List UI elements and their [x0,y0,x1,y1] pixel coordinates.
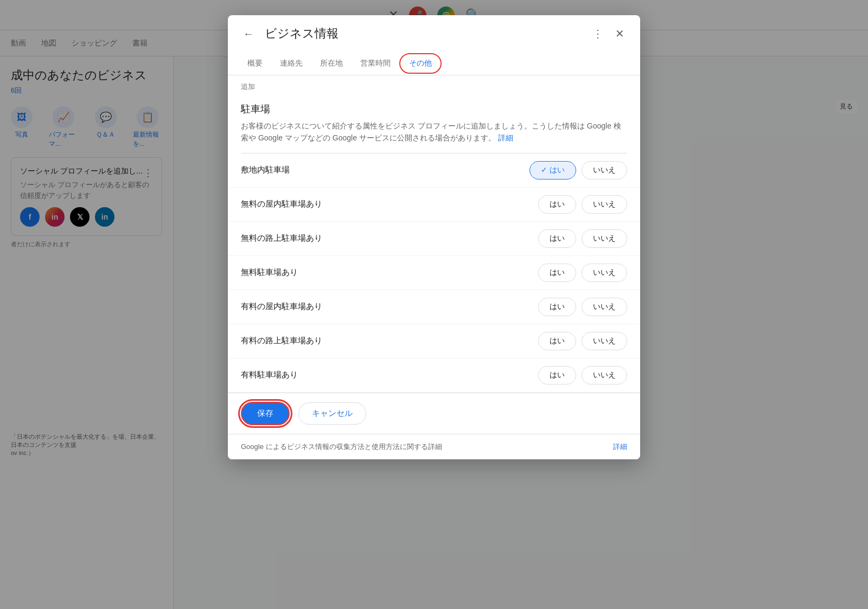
parking-label-free-street: 無料の路上駐車場あり [241,233,538,243]
modal-tabs: 概要 連絡先 所在地 営業時間 その他 [228,52,640,75]
tab-location[interactable]: 所在地 [311,52,352,75]
parking-btn-group-paid-street: はい いいえ [538,332,627,350]
detail-link[interactable]: 詳細 [498,133,513,142]
modal-footer-actions: 保存 キャンセル [228,393,640,434]
parking-label-paid-street: 有料の路上駐車場あり [241,336,538,346]
modal-footer-info: Google によるビジネス情報の収集方法と使用方法に関する詳細 詳細 [228,434,640,459]
tab-other[interactable]: その他 [399,53,442,74]
parking-row-free-street: 無料の路上駐車場あり はい いいえ [228,222,640,256]
business-info-modal: ← ビジネス情報 ⋮ ✕ 概要 連絡先 所在地 営業時間 その他 追加 駐車場 [228,15,640,459]
section-label: 追加 [228,75,640,94]
btn-paid-indoor-yes[interactable]: はい [538,298,576,316]
section-title: 駐車場 [228,94,640,120]
parking-row-on-site: 敷地内駐車場 ✓ はい いいえ [228,153,640,188]
modal-title: ビジネス情報 [265,25,588,42]
tab-overview-label: 概要 [247,59,263,67]
btn-paid-parking-no[interactable]: いいえ [582,366,627,384]
parking-btn-group-paid-indoor: はい いいえ [538,298,627,316]
tab-overview[interactable]: 概要 [239,52,271,75]
btn-free-indoor-yes[interactable]: はい [538,195,576,214]
btn-paid-indoor-no[interactable]: いいえ [582,298,627,316]
tab-contact-label: 連絡先 [280,59,303,67]
btn-on-site-no[interactable]: いいえ [582,161,627,180]
parking-row-free-parking: 無料駐車場あり はい いいえ [228,256,640,290]
parking-row-paid-street: 有料の路上駐車場あり はい いいえ [228,324,640,358]
back-arrow-icon: ← [243,28,254,40]
tab-contact[interactable]: 連絡先 [271,52,311,75]
parking-row-paid-indoor: 有料の屋内駐車場あり はい いいえ [228,290,640,324]
footer-info-text: Google によるビジネス情報の収集方法と使用方法に関する詳細 [241,442,442,452]
btn-on-site-yes[interactable]: ✓ はい [529,161,576,180]
footer-detail-link[interactable]: 詳細 [613,442,627,452]
parking-label-free-indoor: 無料の屋内駐車場あり [241,199,538,209]
tab-other-label: その他 [409,59,432,67]
btn-paid-street-no[interactable]: いいえ [582,332,627,350]
section-description: お客様のビジネスについて紹介する属性をビジネス プロフィールに追加しましょう。こ… [228,120,640,153]
close-icon: ✕ [615,27,624,40]
parking-row-free-indoor: 無料の屋内駐車場あり はい いいえ [228,188,640,222]
cancel-button[interactable]: キャンセル [298,402,366,425]
parking-btn-group-paid-parking: はい いいえ [538,366,627,384]
btn-free-parking-yes[interactable]: はい [538,264,576,282]
btn-free-street-no[interactable]: いいえ [582,229,627,248]
tab-hours[interactable]: 営業時間 [352,52,399,75]
more-options-button[interactable]: ⋮ [588,24,608,43]
parking-label-on-site: 敷地内駐車場 [241,165,529,175]
parking-label-paid-indoor: 有料の屋内駐車場あり [241,302,538,312]
parking-btn-group-free-street: はい いいえ [538,229,627,248]
btn-paid-parking-yes[interactable]: はい [538,366,576,384]
parking-btn-group-free-indoor: はい いいえ [538,195,627,214]
btn-paid-street-yes[interactable]: はい [538,332,576,350]
back-button[interactable]: ← [239,24,258,43]
btn-free-indoor-no[interactable]: いいえ [582,195,627,214]
btn-free-street-yes[interactable]: はい [538,229,576,248]
parking-btn-group-free-parking: はい いいえ [538,264,627,282]
btn-free-parking-no[interactable]: いいえ [582,264,627,282]
parking-row-paid-parking: 有料駐車場あり はい いいえ [228,358,640,393]
check-icon: ✓ [541,165,550,174]
parking-label-free-parking: 無料駐車場あり [241,267,538,278]
modal-body: 追加 駐車場 お客様のビジネスについて紹介する属性をビジネス プロフィールに追加… [228,75,640,434]
modal-header: ← ビジネス情報 ⋮ ✕ [228,15,640,52]
parking-label-paid-parking: 有料駐車場あり [241,370,538,380]
parking-btn-group-on-site: ✓ はい いいえ [529,161,627,180]
save-button[interactable]: 保存 [241,402,290,425]
tab-location-label: 所在地 [320,59,343,67]
more-options-icon: ⋮ [592,27,603,40]
close-button[interactable]: ✕ [610,24,629,43]
tab-hours-label: 営業時間 [360,59,391,67]
